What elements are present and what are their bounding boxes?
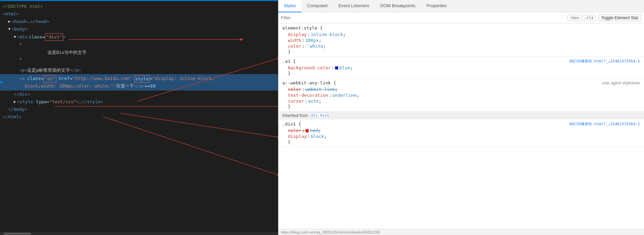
dom-line-head[interactable]: ▶ <head>…</head> (0, 18, 278, 25)
element-style-close: } (282, 49, 640, 54)
color-swatch-red (305, 129, 309, 132)
tab-dom-breakpoints[interactable]: DOM Breakpoints (375, 0, 421, 12)
styles-content: element.style { display : inline-block ;… (278, 23, 644, 235)
user-agent-label: user agent styleshee (602, 81, 640, 85)
svg-marker-8 (278, 174, 278, 176)
dom-line-body[interactable]: ▼ <body> (0, 25, 278, 33)
div1-source-link[interactable]: 06CSS继承性.html?_…31461372564:1 (569, 121, 640, 127)
dom-line-html[interactable]: <html> (0, 10, 278, 18)
dom-line-div[interactable]: ▼ <div class="div1" > (0, 33, 278, 41)
style-rule-color-red[interactable]: color : red ; (282, 128, 640, 133)
scrollbar-thumb[interactable] (3, 233, 31, 235)
doctype-text: <!DOCTYPE html> (3, 3, 43, 10)
selected-indicator (0, 81, 3, 84)
style-rule-bg-color[interactable]: background-color : blue ; (282, 65, 640, 71)
div1-header: .div1 { 06CSS继承性.html?_…31461372564:1 (282, 121, 640, 127)
dom-panel: <!DOCTYPE html> <html> ▶ <head>…</head> … (0, 0, 278, 235)
dom-line-style[interactable]: ▶ <style type="text/css" >…</style> (0, 98, 278, 106)
dom-line-a[interactable]: <a class="a1" href="http://www.baidu.com… (0, 74, 278, 91)
webkit-any-link-section: a:-webkit-any-link { user agent styleshe… (278, 78, 644, 111)
tab-event-listeners[interactable]: Event Listeners (333, 0, 375, 12)
dom-line-div-close[interactable]: </div> (0, 91, 278, 98)
devtools-tabs: Styles Computed Event Listeners DOM Brea… (278, 0, 644, 12)
dom-line-empty (0, 64, 278, 67)
dom-line-chinese: 这是Div当中的文字 (0, 49, 278, 56)
tab-styles[interactable]: Styles (278, 0, 301, 12)
style-rule-color[interactable]: color : white ; (282, 43, 640, 49)
a1-selector: .a1 { (282, 59, 296, 64)
a-style-value: "display: inline-block; (152, 75, 214, 82)
webkit-any-link-header: a:-webkit-any-link { user agent styleshe… (282, 80, 640, 85)
webkit-close: } (282, 104, 640, 109)
style-rule-text-decoration[interactable]: text-decoration : underline ; (282, 92, 640, 98)
style-rule-cursor[interactable]: cursor : auto ; (282, 98, 640, 104)
div1-selector: .div1 { (282, 121, 301, 127)
element-style-header: element.style { (282, 25, 640, 31)
element-style-section: element.style { display : inline-block ;… (278, 23, 644, 57)
element-style-selector: element.style { (282, 25, 323, 31)
dom-line-quote1: " (0, 41, 278, 49)
style-rule-width[interactable]: width : 200px ; (282, 37, 640, 43)
color-swatch-blue (335, 66, 338, 70)
bottom-url-bar: https://blog.csdn.net/qq_39001256/articl… (278, 229, 644, 235)
a1-close: } (282, 71, 640, 76)
toggle-element-state-button[interactable]: Toggle Element Stat (598, 14, 641, 21)
div1-style-section: .div1 { 06CSS继承性.html?_…31461372564:1 co… (278, 119, 644, 147)
a1-source-link[interactable]: 06CSS继承性.html?_…31461372564:1 (569, 59, 640, 64)
styles-filter-bar: :hov .cls Toggle Element Stat (278, 12, 644, 23)
a-class-value: "a1" (43, 75, 56, 83)
dom-line-p[interactable]: <p> 这是p标签里面的文字 </p> (0, 67, 278, 74)
color-swatch-white (305, 45, 309, 48)
style-rule-color-strikethrough[interactable]: color : webkit-link ; (282, 86, 640, 92)
div-class-value: "div1" (45, 33, 63, 41)
hov-badge[interactable]: :hov (567, 15, 581, 21)
bottom-url-text: https://blog.csdn.net/qq_39001256/articl… (281, 230, 380, 234)
dom-tree: <!DOCTYPE html> <html> ▶ <head>…</head> … (0, 0, 278, 124)
inherited-label: Inherited from (282, 113, 308, 118)
dom-line-doctype[interactable]: <!DOCTYPE html> (0, 3, 278, 10)
style-rule-display[interactable]: display : inline-block ; (282, 32, 640, 37)
div1-close: } (282, 139, 640, 144)
horizontal-scrollbar[interactable] (0, 232, 278, 235)
webkit-selector: a:-webkit-any-link { (282, 80, 336, 85)
styles-panel: Styles Computed Event Listeners DOM Brea… (278, 0, 644, 235)
dom-line-body-close[interactable]: </body> (0, 106, 278, 113)
tab-computed[interactable]: Computed (301, 0, 333, 12)
inherited-header: Inherited from div.div1 (278, 111, 644, 119)
chinese-text: 这是Div当中的文字 (47, 49, 87, 56)
dom-line-html-close[interactable]: </html> (0, 113, 278, 121)
dom-line-quote2: " (0, 56, 278, 64)
inherited-tag: div.div1 (309, 113, 331, 118)
tab-properties[interactable]: Properties (421, 0, 452, 12)
a1-style-section: .a1 { 06CSS继承性.html?_…31461372564:1 back… (278, 57, 644, 78)
filter-badges: :hov .cls (567, 15, 596, 21)
filter-input[interactable] (281, 15, 567, 20)
cls-badge[interactable]: .cls (582, 15, 596, 21)
svg-marker-6 (278, 136, 278, 139)
a1-header: .a1 { 06CSS继承性.html?_…31461372564:1 (282, 59, 640, 64)
style-rule-display-block[interactable]: display : block ; (282, 133, 640, 139)
svg-line-7 (103, 117, 278, 175)
